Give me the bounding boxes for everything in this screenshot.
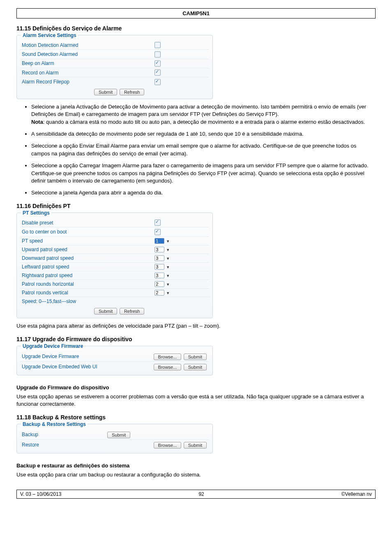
page-footer: V. 03 – 10/06/2013 92 ©Velleman nv bbox=[16, 490, 376, 499]
table-row: Speed: 0---15,fast---slow bbox=[20, 297, 209, 305]
browse-button[interactable]: Browse... bbox=[154, 354, 182, 360]
row-label: Upward patrol speed bbox=[20, 245, 153, 254]
nota-text: : quando a câmara está no modo auto tilt… bbox=[43, 119, 365, 125]
sound-detection-checkbox[interactable] bbox=[154, 51, 161, 58]
row-label: Restore bbox=[20, 440, 106, 450]
table-row: Go to center on boot bbox=[20, 227, 209, 236]
footer-center: 92 bbox=[198, 491, 204, 497]
table-row: Disable preset bbox=[20, 218, 209, 227]
table-row: PT speed1▼ bbox=[20, 236, 209, 245]
row-label: Alarm Record Filepop bbox=[20, 77, 153, 86]
pt-settings-table: Disable preset Go to center on boot PT s… bbox=[20, 218, 209, 305]
bullet-text: Seleccione a opção Carregar Imagem Alarm… bbox=[31, 162, 369, 169]
refresh-button[interactable]: Refresh bbox=[120, 89, 145, 95]
list-item: Seleccione a opção Enviar Email Alarme p… bbox=[31, 142, 376, 158]
table-row: Patrol rounds vertical2▼ bbox=[20, 288, 209, 297]
alarm-service-settings-panel: Alarm Service Settings Motion Detection … bbox=[16, 35, 213, 99]
record-on-alarm-checkbox[interactable] bbox=[154, 69, 161, 76]
chevron-down-icon: ▼ bbox=[166, 282, 170, 287]
section-11-15-bullets: Selecione a janela Activação de Detecção… bbox=[24, 103, 376, 197]
go-center-boot-checkbox[interactable] bbox=[154, 229, 161, 235]
section-11-16-para: Use esta página para alterar as definiçõ… bbox=[16, 322, 376, 330]
chevron-down-icon: ▼ bbox=[166, 265, 170, 269]
alarm-panel-legend: Alarm Service Settings bbox=[21, 32, 78, 38]
submit-button[interactable]: Submit bbox=[94, 89, 117, 95]
bullet-text: Selecione a janela Activação de Detecção… bbox=[31, 104, 366, 118]
downward-patrol-select[interactable]: 3 bbox=[154, 255, 164, 261]
row-label: Upgrade Device Embeded Web UI bbox=[20, 361, 106, 372]
backup-para: Use esta opção para criar um backup ou r… bbox=[16, 471, 376, 479]
row-label: Backup bbox=[20, 430, 106, 440]
chevron-down-icon: ▼ bbox=[166, 291, 170, 295]
row-label: Upgrade Device Firmware bbox=[20, 352, 106, 362]
table-row: Upward patrol speed3▼ bbox=[20, 245, 209, 254]
patrol-horizontal-select[interactable]: 2 bbox=[154, 281, 164, 287]
row-label: Patrol rounds vertical bbox=[20, 288, 153, 297]
row-label: Disable preset bbox=[20, 218, 153, 227]
beep-on-alarm-checkbox[interactable] bbox=[154, 60, 161, 67]
backup-submit-button[interactable]: Submit bbox=[107, 432, 130, 438]
nota-label: Nota bbox=[31, 119, 43, 125]
pt-panel-legend: PT Settings bbox=[21, 210, 51, 216]
table-row: Upgrade Device Embeded Web UI Browse... … bbox=[20, 361, 209, 372]
alarm-settings-table: Motion Detection Alarmed Sound Detection… bbox=[20, 41, 209, 86]
row-label: PT speed bbox=[20, 236, 153, 245]
upgrade-subtitle: Upgrade do Firmware do dispositivo bbox=[16, 384, 376, 391]
table-row: Rightward patrol speed3▼ bbox=[20, 271, 209, 280]
upgrade-para: Use esta opção apenas se estiverem a oco… bbox=[16, 393, 376, 409]
browse-button[interactable]: Browse... bbox=[154, 364, 182, 370]
speed-note: Speed: 0---15,fast---slow bbox=[20, 297, 209, 305]
chevron-down-icon: ▼ bbox=[166, 248, 170, 252]
upgrade-panel-legend: Upgrade Device Firmware bbox=[21, 343, 85, 349]
table-row: Record on Alarm bbox=[20, 68, 209, 77]
footer-right: ©Velleman nv bbox=[341, 491, 372, 497]
row-label: Motion Detection Alarmed bbox=[20, 41, 153, 50]
page-header: CAMIP5N1 bbox=[16, 8, 376, 18]
upgrade-table: Upgrade Device Firmware Browse... Submit… bbox=[20, 352, 209, 372]
alarm-record-filepop-checkbox[interactable] bbox=[154, 79, 161, 85]
footer-left: V. 03 – 10/06/2013 bbox=[20, 491, 61, 497]
submit-button[interactable]: Submit bbox=[184, 354, 207, 360]
submit-button[interactable]: Submit bbox=[184, 364, 207, 370]
table-row: Upgrade Device Firmware Browse... Submit bbox=[20, 352, 209, 362]
list-item: Selecione a janela Activação de Detecção… bbox=[31, 103, 376, 127]
section-11-17-title: 11.17 Upgrade do Firmware do dispositivo bbox=[16, 336, 376, 342]
pt-settings-panel: PT Settings Disable preset Go to center … bbox=[16, 213, 213, 318]
list-item: Seleccione a opção Carregar Imagem Alarm… bbox=[31, 162, 376, 185]
chevron-down-icon: ▼ bbox=[166, 239, 170, 243]
backup-restore-panel: Backup & Restore Settings Backup Submit … bbox=[16, 424, 213, 453]
pt-speed-select[interactable]: 1 bbox=[154, 238, 164, 244]
patrol-vertical-select[interactable]: 2 bbox=[154, 290, 164, 296]
bullet-text: Certifique-se que preenche todos os camp… bbox=[31, 170, 364, 184]
restore-browse-button[interactable]: Browse... bbox=[154, 442, 182, 449]
row-label: Record on Alarm bbox=[20, 68, 153, 77]
backup-subtitle: Backup e restaurar as definições do sist… bbox=[16, 462, 376, 469]
chevron-down-icon: ▼ bbox=[166, 257, 170, 261]
table-row: Patrol rounds horizontal2▼ bbox=[20, 280, 209, 288]
list-item: A sensibilidade da detecção de movimento… bbox=[31, 130, 376, 138]
section-11-18-title: 11.18 Backup & Restore settings bbox=[16, 414, 376, 421]
submit-button[interactable]: Submit bbox=[94, 308, 117, 314]
row-label: Patrol rounds horizontal bbox=[20, 280, 153, 288]
motion-detection-checkbox[interactable] bbox=[154, 42, 161, 48]
backup-restore-table: Backup Submit Restore Browse... Submit bbox=[20, 430, 209, 450]
backup-panel-legend: Backup & Restore Settings bbox=[21, 421, 88, 427]
leftward-patrol-select[interactable]: 3 bbox=[154, 264, 164, 270]
table-row: Alarm Record Filepop bbox=[20, 77, 209, 86]
upward-patrol-select[interactable]: 3 bbox=[154, 247, 164, 252]
section-11-15-title: 11.15 Definições do Serviço de Alarme bbox=[16, 25, 376, 32]
refresh-button[interactable]: Refresh bbox=[120, 308, 145, 314]
list-item: Seleccione a janela Agenda para abrir a … bbox=[31, 189, 376, 197]
upgrade-firmware-panel: Upgrade Device Firmware Upgrade Device F… bbox=[16, 346, 213, 375]
restore-submit-button[interactable]: Submit bbox=[184, 442, 207, 449]
table-row: Backup Submit bbox=[20, 430, 209, 440]
row-label: Rightward patrol speed bbox=[20, 271, 153, 280]
disable-preset-checkbox[interactable] bbox=[154, 220, 161, 226]
rightward-patrol-select[interactable]: 3 bbox=[154, 273, 164, 278]
table-row: Sound Detection Alarmed bbox=[20, 50, 209, 59]
table-row: Motion Detection Alarmed bbox=[20, 41, 209, 50]
row-label: Sound Detection Alarmed bbox=[20, 50, 153, 59]
table-row: Leftward patrol speed3▼ bbox=[20, 262, 209, 271]
page-title: CAMIP5N1 bbox=[182, 10, 210, 16]
row-label: Beep on Alarm bbox=[20, 59, 153, 68]
